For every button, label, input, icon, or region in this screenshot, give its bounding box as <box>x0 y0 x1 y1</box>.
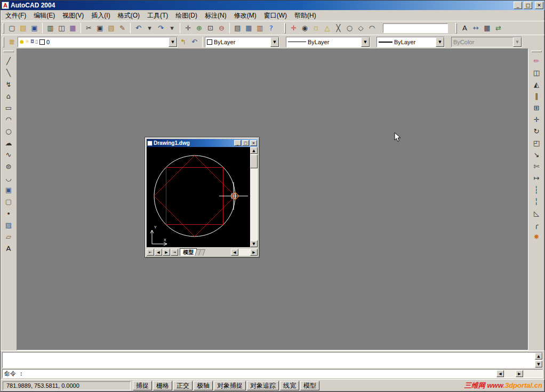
toolbar-button[interactable]: ∙ <box>3 208 14 219</box>
layer-properties-manager-button[interactable]: ≣ <box>6 36 18 47</box>
toolbar-button[interactable]: ◠ <box>3 114 14 125</box>
menu-item[interactable]: 插入(I) <box>87 10 114 21</box>
make-object-layer-current-button[interactable]: ↰ <box>178 36 189 47</box>
toolbar-button[interactable]: ╎ <box>531 196 542 207</box>
layer-freeze-icon[interactable]: ☼ <box>25 39 29 44</box>
menu-item[interactable]: 标注(N) <box>201 10 230 21</box>
toolbar-button[interactable]: ◠ <box>366 22 378 34</box>
toolbar-grip[interactable] <box>3 51 14 52</box>
toolbar-combobox[interactable] <box>383 23 448 33</box>
toolbar-button[interactable]: ⊖ <box>216 22 227 34</box>
toolbar-button[interactable]: ◡ <box>3 173 14 184</box>
toolbar-button[interactable]: ☁ <box>3 137 14 149</box>
toolbar-button[interactable]: ↦ <box>531 173 542 184</box>
toolbar-button[interactable]: ⇄ <box>493 22 504 34</box>
toolbar-button[interactable]: ✏ <box>531 55 542 67</box>
scroll-up-button[interactable]: ▲ <box>250 147 258 154</box>
menu-item[interactable]: 文件(F) <box>2 10 30 21</box>
toolbar-button[interactable]: ⊡ <box>205 22 216 34</box>
scrollbar-track[interactable] <box>504 370 516 377</box>
toolbar-button[interactable]: ◰ <box>531 137 542 149</box>
color-select[interactable]: ByLayer ▼ <box>205 37 279 47</box>
dropdown-arrow-icon[interactable]: ▼ <box>169 37 177 47</box>
toolbar-button[interactable]: ▫ <box>310 22 322 34</box>
toolbar-button[interactable]: ▨ <box>3 219 14 231</box>
model-toggle[interactable]: 模型 <box>300 381 319 390</box>
scroll-down-button[interactable]: ▼ <box>250 240 258 247</box>
toolbar-button[interactable]: ↯ <box>3 79 14 90</box>
toolbar-button[interactable]: ╲ <box>3 67 14 78</box>
toolbar-button[interactable]: ▣ <box>29 22 40 34</box>
toolbar-button[interactable]: ▤ <box>232 22 243 34</box>
menu-item[interactable]: 格式(O) <box>114 10 143 21</box>
lineweight-select[interactable]: ByLayer ▼ <box>376 37 445 47</box>
menu-item[interactable]: 视图(V) <box>59 10 87 21</box>
toolbar-button[interactable]: ⊕ <box>194 22 205 34</box>
toolbar-button[interactable]: ▣ <box>3 184 14 195</box>
drawing-maximize-button[interactable]: □ <box>242 140 249 146</box>
toolbar-grip[interactable] <box>284 23 286 34</box>
title-bar[interactable]: A AutoCAD 2004 _ □ ✕ <box>1 1 544 10</box>
toolbar-button[interactable]: ✎ <box>117 22 128 34</box>
toolbar-button[interactable]: ∿ <box>3 149 14 160</box>
prev-tab-button[interactable]: ◀ <box>155 249 162 256</box>
drawing-minimize-button[interactable]: _ <box>234 140 241 146</box>
toolbar-button[interactable]: ✄ <box>531 161 542 172</box>
dropdown-arrow-icon[interactable]: ▼ <box>270 37 279 47</box>
toolbar-button[interactable]: ╭ <box>531 219 542 231</box>
toolbar-button[interactable]: ⌂ <box>3 91 14 102</box>
toolbar-button[interactable]: A <box>3 243 14 254</box>
toolbar-button[interactable]: ╳ <box>333 22 344 34</box>
toolbar-button[interactable]: ▢ <box>6 22 18 34</box>
toolbar-button[interactable]: ⊜ <box>3 161 14 172</box>
toolbar-button[interactable]: ⊞ <box>531 102 542 113</box>
toolbar-button[interactable]: ✛ <box>182 22 194 34</box>
scrollbar-track[interactable] <box>250 154 258 240</box>
grid-toggle[interactable]: 栅格 <box>153 381 172 390</box>
toolbar-button[interactable]: ╱ <box>3 55 14 67</box>
menu-item[interactable]: 帮助(H) <box>291 10 320 21</box>
toolbar-grip[interactable] <box>3 23 4 34</box>
toolbar-grip[interactable] <box>455 23 457 34</box>
scroll-left-button[interactable]: ◀ <box>231 249 238 256</box>
command-history[interactable]: Settings\Temp\Drawing1_1_1_8467.sv$ ...命… <box>3 353 535 368</box>
toolbar-button[interactable]: ┆ <box>531 184 542 195</box>
drawing-window-titlebar[interactable]: Drawing1.dwg _ □ ✕ <box>147 139 258 147</box>
layer-previous-button[interactable]: ↶ <box>189 36 200 47</box>
toolbar-button[interactable]: ◭ <box>531 79 542 90</box>
toolbar-button[interactable]: ✂ <box>83 22 94 34</box>
toolbar-button[interactable]: ▾ <box>166 22 178 34</box>
scroll-right-button[interactable]: ▶ <box>250 249 258 256</box>
toolbar-button[interactable]: A <box>459 22 470 34</box>
lineweight-toggle[interactable]: 线宽 <box>280 381 299 390</box>
toolbar-button[interactable]: △ <box>322 22 333 34</box>
drawing-close-button[interactable]: ✕ <box>250 140 257 146</box>
layer-plot-icon[interactable]: ▯ <box>35 39 38 44</box>
toolbar-button[interactable]: ↔ <box>470 22 482 34</box>
toolbar-button[interactable]: ▦ <box>482 22 493 34</box>
next-tab-button[interactable]: ▶ <box>163 249 170 256</box>
toolbar-button[interactable]: ▣ <box>94 22 106 34</box>
menu-item[interactable]: 编辑(E) <box>30 10 59 21</box>
scroll-up-button[interactable]: ▲ <box>535 353 542 360</box>
toolbar-button[interactable]: ▭ <box>3 102 14 113</box>
toolbar-button[interactable]: ↘ <box>531 149 542 160</box>
command-vertical-scrollbar[interactable]: ▲ ▼ <box>535 353 542 368</box>
dropdown-arrow-icon[interactable]: ▼ <box>436 37 444 47</box>
toolbar-button[interactable]: ↷ <box>155 22 166 34</box>
restore-button[interactable]: □ <box>524 2 532 9</box>
drawing-vertical-scrollbar[interactable]: ▲ ▼ <box>250 147 258 247</box>
command-prompt[interactable]: 命令 : <box>3 370 496 378</box>
toolbar-button[interactable]: ✛ <box>288 22 299 34</box>
toolbar-button[interactable]: ∥ <box>531 91 542 102</box>
toolbar-button[interactable]: ○ <box>3 126 14 137</box>
toolbar-grip[interactable] <box>3 37 4 47</box>
toolbar-grip[interactable] <box>531 51 542 52</box>
drawing-area-background[interactable]: Drawing1.dwg _ □ ✕ <box>17 48 528 350</box>
toolbar-button[interactable]: ▦ <box>67 22 78 34</box>
layer-on-icon[interactable]: ● <box>20 39 24 44</box>
toolbar-button[interactable]: ✸ <box>531 231 542 242</box>
toolbar-button[interactable]: ▦ <box>243 22 254 34</box>
polar-toggle[interactable]: 极轴 <box>194 381 213 390</box>
close-button[interactable]: ✕ <box>535 2 543 9</box>
